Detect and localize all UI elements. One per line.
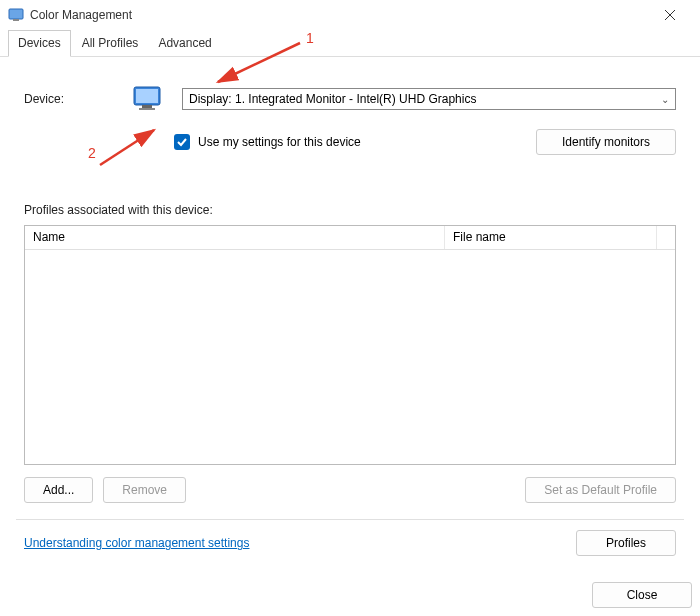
- device-label: Device:: [24, 92, 114, 106]
- use-my-settings-label: Use my settings for this device: [198, 135, 361, 149]
- annotation-number-1: 1: [306, 30, 314, 46]
- monitor-icon: [132, 83, 164, 115]
- close-button[interactable]: Close: [592, 582, 692, 608]
- profiles-table: Name File name: [24, 225, 676, 465]
- tabs: Devices All Profiles Advanced: [0, 30, 700, 57]
- chevron-down-icon: ⌄: [661, 94, 669, 105]
- svg-rect-3: [136, 89, 158, 103]
- column-header-file[interactable]: File name: [445, 226, 657, 249]
- column-header-name[interactable]: Name: [25, 226, 445, 249]
- window-title: Color Management: [30, 8, 648, 22]
- device-dropdown[interactable]: Display: 1. Integrated Monitor - Intel(R…: [182, 88, 676, 110]
- svg-rect-5: [139, 108, 155, 110]
- close-icon[interactable]: [648, 0, 692, 30]
- tab-advanced[interactable]: Advanced: [149, 30, 220, 56]
- remove-button[interactable]: Remove: [103, 477, 186, 503]
- tab-all-profiles[interactable]: All Profiles: [73, 30, 148, 56]
- device-selected-text: Display: 1. Integrated Monitor - Intel(R…: [189, 92, 476, 106]
- set-default-button[interactable]: Set as Default Profile: [525, 477, 676, 503]
- profiles-label: Profiles associated with this device:: [24, 203, 676, 217]
- identify-monitors-button[interactable]: Identify monitors: [536, 129, 676, 155]
- divider: [16, 519, 684, 520]
- tab-devices[interactable]: Devices: [8, 30, 71, 57]
- column-header-end: [657, 226, 675, 249]
- annotation-number-2: 2: [88, 145, 96, 161]
- profiles-button[interactable]: Profiles: [576, 530, 676, 556]
- understanding-link[interactable]: Understanding color management settings: [24, 536, 249, 550]
- add-button[interactable]: Add...: [24, 477, 93, 503]
- svg-rect-0: [9, 9, 23, 19]
- use-my-settings-checkbox[interactable]: [174, 134, 190, 150]
- app-icon: [8, 7, 24, 23]
- svg-rect-1: [13, 19, 19, 21]
- svg-rect-4: [142, 105, 152, 108]
